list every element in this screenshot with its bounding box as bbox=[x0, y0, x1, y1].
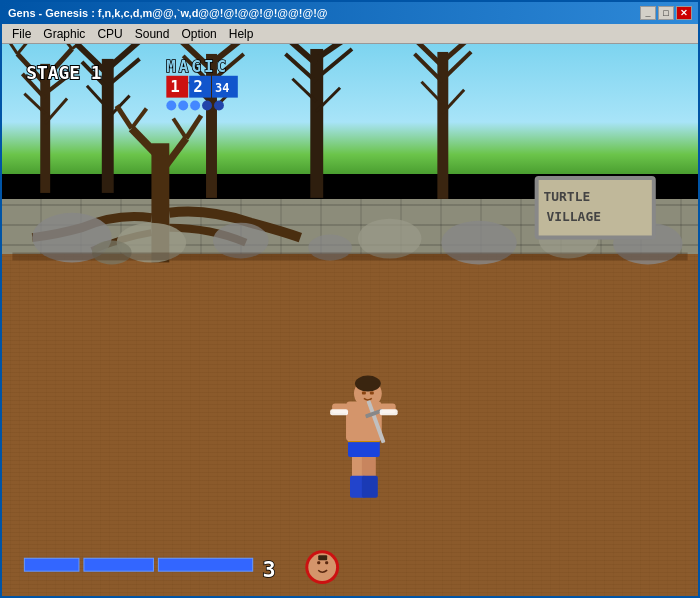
window-controls: _ □ ✕ bbox=[640, 6, 692, 20]
menu-file[interactable]: File bbox=[6, 25, 37, 43]
application-window: Gens - Genesis : f,n,k,c,d,m@@,`w,d@@!@!… bbox=[0, 0, 700, 598]
maximize-button[interactable]: □ bbox=[658, 6, 674, 20]
window-title: Gens - Genesis : f,n,k,c,d,m@@,`w,d@@!@!… bbox=[8, 7, 328, 19]
menu-cpu[interactable]: CPU bbox=[91, 25, 128, 43]
menu-bar: File Graphic CPU Sound Option Help bbox=[2, 24, 698, 44]
menu-sound[interactable]: Sound bbox=[129, 25, 176, 43]
ground bbox=[2, 254, 698, 596]
sky-background bbox=[2, 44, 698, 174]
title-bar: Gens - Genesis : f,n,k,c,d,m@@,`w,d@@!@!… bbox=[2, 2, 698, 24]
menu-option[interactable]: Option bbox=[175, 25, 222, 43]
menu-help[interactable]: Help bbox=[223, 25, 260, 43]
game-viewport: STAGE 1 MAGIC 1 2 34 TURTLE VILLAGE bbox=[2, 44, 698, 596]
minimize-button[interactable]: _ bbox=[640, 6, 656, 20]
close-button[interactable]: ✕ bbox=[676, 6, 692, 20]
menu-graphic[interactable]: Graphic bbox=[37, 25, 91, 43]
